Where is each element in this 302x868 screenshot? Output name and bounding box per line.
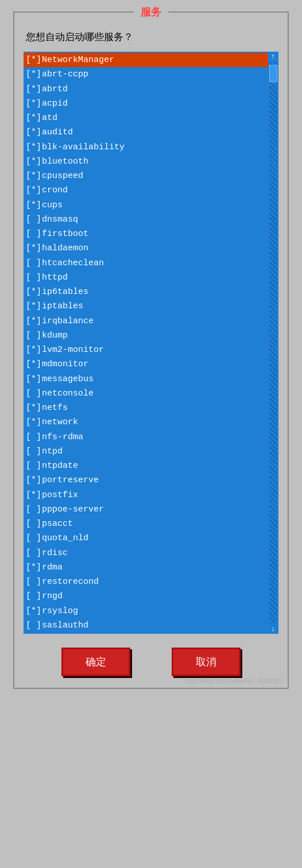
service-item[interactable]: [ ]rdisc — [24, 546, 268, 560]
title-line-right — [168, 11, 288, 13]
service-list: [*]NetworkManager[*]abrt-ccpp[*]abrtd[*]… — [24, 52, 268, 634]
dialog-box: 服务 您想自动启动哪些服务？ [*]NetworkManager[*]abrt-… — [13, 11, 289, 689]
service-item[interactable]: [ ]rngd — [24, 589, 268, 603]
dialog-wrapper: 服务 您想自动启动哪些服务？ [*]NetworkManager[*]abrt-… — [0, 0, 302, 868]
scroll-down-arrow[interactable]: ↓ — [268, 624, 278, 634]
scroll-up-arrow[interactable]: ↑ — [268, 52, 278, 61]
service-item[interactable]: [ ]saslauthd — [24, 618, 268, 633]
service-name: crond — [42, 184, 266, 197]
service-checkbox: [*] — [26, 474, 42, 487]
service-item[interactable]: [*]portreserve — [24, 473, 268, 487]
service-item[interactable]: [ ]htcacheclean — [24, 256, 268, 270]
service-name: cups — [42, 199, 266, 212]
service-checkbox: [*] — [26, 416, 42, 429]
service-checkbox: [ ] — [26, 271, 42, 284]
service-checkbox: [ ] — [26, 431, 42, 444]
service-item[interactable]: [*]blk-availability — [24, 140, 268, 154]
service-item[interactable]: [*]atd — [24, 111, 268, 125]
service-item[interactable]: [*]haldaemon — [24, 241, 268, 255]
service-item[interactable]: [*]cups — [24, 198, 268, 212]
service-name: blk-availability — [42, 141, 266, 154]
service-checkbox: [ ] — [26, 575, 42, 588]
service-item[interactable]: [*]auditd — [24, 125, 268, 140]
service-checkbox: [*] — [26, 300, 42, 313]
service-name: ntpdate — [42, 459, 266, 472]
service-item[interactable]: [ ]kdump — [24, 328, 268, 343]
service-name: nfs-rdma — [42, 431, 266, 444]
service-name: cpuspeed — [42, 169, 266, 183]
service-checkbox: [ ] — [26, 590, 42, 603]
service-checkbox: [ ] — [26, 547, 42, 560]
service-item[interactable]: [*]postfix — [24, 488, 268, 502]
service-item[interactable]: [*]cpuspeed — [24, 169, 268, 183]
service-item[interactable]: [ ]restorecond — [24, 575, 268, 589]
service-item[interactable]: [*]ip6tables — [24, 285, 268, 299]
dialog-title-bar: 服务 — [14, 5, 288, 19]
service-item[interactable]: [*]messagebus — [24, 372, 268, 386]
service-item[interactable]: [ ]quota_nld — [24, 531, 268, 545]
service-checkbox: [*] — [26, 489, 42, 502]
service-item[interactable]: [*]mdmonitor — [24, 357, 268, 371]
service-name: irqbalance — [42, 315, 266, 328]
service-name: mdmonitor — [42, 358, 266, 371]
service-item[interactable]: [ ]netconsole — [24, 386, 268, 401]
service-item[interactable]: [ ]ntpdate — [24, 459, 268, 473]
service-item[interactable]: [ ]psacct — [24, 517, 268, 531]
watermark: https://blog.csdn.net/weixin_46682312 — [185, 678, 283, 684]
service-checkbox: [ ] — [26, 459, 42, 472]
service-name: rdisc — [42, 547, 266, 560]
scrollbar[interactable]: ↑ ↓ — [268, 52, 278, 634]
service-name: dnsmasq — [42, 213, 266, 226]
service-item[interactable]: [*]abrt-ccpp — [24, 67, 268, 82]
service-item[interactable]: [*]network — [24, 415, 268, 429]
service-checkbox: [ ] — [26, 213, 42, 226]
cancel-button[interactable]: 取消 — [172, 648, 241, 676]
service-checkbox: [ ] — [26, 387, 42, 400]
buttons-row: 确定 取消 — [24, 648, 278, 676]
service-name: restorecond — [42, 575, 266, 588]
service-item[interactable]: [*]rsyslog — [24, 604, 268, 618]
service-item[interactable]: [ ]nfs-rdma — [24, 430, 268, 444]
service-checkbox: [ ] — [26, 532, 42, 545]
service-item[interactable]: [*]iptables — [24, 299, 268, 313]
service-checkbox: [*] — [26, 184, 42, 197]
service-checkbox: [*] — [26, 68, 42, 81]
service-item[interactable]: [ ]ntpd — [24, 444, 268, 459]
service-checkbox: [ ] — [26, 619, 42, 632]
service-item[interactable]: [ ]firstboot — [24, 227, 268, 241]
service-item[interactable]: [*]irqbalance — [24, 314, 268, 328]
service-item[interactable]: [ ]pppoe-server — [24, 502, 268, 517]
service-item[interactable]: [ ]httpd — [24, 270, 268, 285]
service-item[interactable]: [*]crond — [24, 183, 268, 197]
service-checkbox: [*] — [26, 358, 42, 371]
service-checkbox: [ ] — [26, 329, 42, 342]
service-name: NetworkManager — [42, 53, 266, 67]
service-name: postfix — [42, 489, 266, 502]
service-checkbox: [*] — [26, 373, 42, 386]
dialog-inner: 您想自动启动哪些服务？ [*]NetworkManager[*]abrt-ccp… — [14, 25, 288, 688]
service-item[interactable]: [*]NetworkManager — [24, 53, 268, 67]
service-item[interactable]: [*]netfs — [24, 401, 268, 415]
title-line-left — [14, 11, 134, 13]
service-item[interactable]: [*]abrtd — [24, 82, 268, 96]
service-checkbox: [*] — [26, 242, 42, 255]
scroll-track[interactable] — [269, 63, 277, 623]
scroll-thumb[interactable] — [269, 65, 277, 82]
service-checkbox: [*] — [26, 169, 42, 183]
service-item[interactable]: [*]acpid — [24, 96, 268, 111]
service-name: quota_nld — [42, 532, 266, 545]
service-name: atd — [42, 111, 266, 125]
confirm-button[interactable]: 确定 — [61, 648, 130, 676]
service-name: htcacheclean — [42, 257, 266, 270]
service-item[interactable]: [ ]dnsmasq — [24, 212, 268, 227]
service-name: kdump — [42, 329, 266, 342]
service-checkbox: [*] — [26, 83, 42, 96]
service-name: auditd — [42, 126, 266, 139]
service-list-container[interactable]: [*]NetworkManager[*]abrt-ccpp[*]abrtd[*]… — [24, 52, 278, 634]
service-name: ip6tables — [42, 285, 266, 299]
service-item[interactable]: [*]lvm2-monitor — [24, 343, 268, 357]
service-item[interactable]: [*]rdma — [24, 560, 268, 575]
service-name: bluetooth — [42, 155, 266, 168]
service-item[interactable]: [*]bluetooth — [24, 154, 268, 169]
service-name: abrt-ccpp — [42, 68, 266, 81]
